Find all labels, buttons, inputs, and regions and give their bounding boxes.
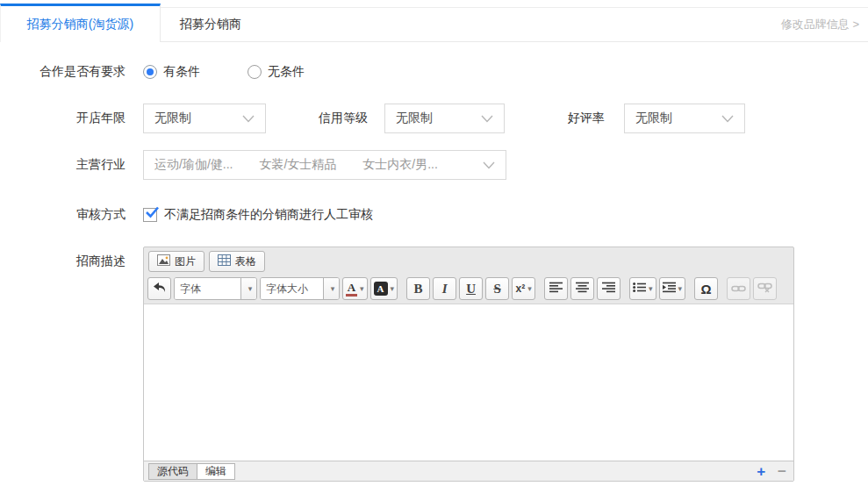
undo-button[interactable] bbox=[147, 277, 171, 300]
praise-rate-select[interactable]: 无限制 bbox=[624, 104, 745, 133]
align-center-icon bbox=[576, 281, 589, 297]
shop-age-select[interactable]: 无限制 bbox=[143, 104, 266, 133]
bold-icon: B bbox=[414, 282, 423, 297]
credit-select[interactable]: 无限制 bbox=[384, 104, 505, 133]
audit-row: 审核方式 不满足招商条件的分销商进行人工审核 bbox=[0, 205, 868, 225]
insert-image-label: 图片 bbox=[175, 254, 196, 269]
superscript-icon: x² bbox=[515, 282, 525, 295]
credit-value: 无限制 bbox=[396, 111, 433, 126]
indent-icon bbox=[663, 281, 676, 297]
insert-table-button[interactable]: 表格 bbox=[209, 251, 265, 272]
highlight-color-icon: A bbox=[374, 282, 388, 296]
insert-table-label: 表格 bbox=[235, 254, 256, 269]
underline-icon: U bbox=[466, 282, 476, 297]
top-tab-bar: 招募分销商(淘货源) 招募分销商 修改品牌信息 > bbox=[0, 0, 868, 42]
manual-audit-checkbox[interactable]: 不满足招商条件的分销商进行人工审核 bbox=[143, 207, 373, 223]
checkbox-checked-icon bbox=[143, 208, 157, 222]
description-row: 招商描述 图片 表格 bbox=[0, 247, 868, 482]
chevron-down-icon: ▾ bbox=[323, 278, 339, 299]
edit-brand-info-link[interactable]: 修改品牌信息 > bbox=[781, 7, 859, 42]
limits-row: 开店年限 无限制 信用等级 无限制 好评率 无限制 bbox=[0, 104, 868, 133]
align-center-button[interactable] bbox=[570, 277, 594, 300]
image-icon bbox=[157, 254, 170, 268]
industry-value: 女装/女士精品 bbox=[259, 157, 336, 173]
industry-value: 运动/瑜伽/健... bbox=[154, 157, 233, 173]
list-button[interactable]: ▾ bbox=[629, 277, 656, 300]
link-button bbox=[727, 277, 750, 300]
chevron-down-icon: ▾ bbox=[360, 284, 364, 293]
link-icon bbox=[731, 281, 746, 297]
italic-button[interactable]: I bbox=[433, 277, 456, 300]
unlink-icon bbox=[757, 281, 772, 297]
editor-format-toolbar: 字体 ▾ 字体大小 ▾ A ▾ A ▾ B I U S bbox=[144, 275, 793, 304]
text-color-icon: A bbox=[346, 282, 357, 297]
radio-unconditional[interactable]: 无条件 bbox=[247, 64, 305, 80]
description-label: 招商描述 bbox=[0, 254, 143, 269]
editor-content-area[interactable] bbox=[144, 304, 793, 461]
tab-label: 招募分销商 bbox=[180, 17, 241, 32]
tabbar-bottom-divider bbox=[161, 41, 868, 42]
chevron-down-icon bbox=[721, 115, 734, 123]
italic-icon: I bbox=[442, 282, 448, 297]
bullet-list-icon bbox=[633, 281, 646, 297]
table-icon bbox=[218, 254, 231, 268]
chevron-down-icon: ▾ bbox=[391, 284, 395, 293]
rich-text-editor: 图片 表格 字体 ▾ bbox=[143, 247, 794, 482]
insert-image-button[interactable]: 图片 bbox=[148, 251, 204, 272]
industry-value: 女士内衣/男... bbox=[362, 157, 438, 173]
strikethrough-button[interactable]: S bbox=[485, 277, 509, 300]
industry-select[interactable]: 运动/瑜伽/健... 女装/女士精品 女士内衣/男... bbox=[143, 150, 506, 180]
tab-recruit[interactable]: 招募分销商 bbox=[161, 7, 261, 42]
radio-label: 无条件 bbox=[268, 64, 305, 80]
align-right-icon bbox=[602, 281, 615, 297]
bold-button[interactable]: B bbox=[406, 277, 430, 300]
superscript-button[interactable]: x² ▾ bbox=[512, 277, 535, 300]
font-size-select[interactable]: 字体大小 ▾ bbox=[260, 277, 340, 300]
omega-icon: Ω bbox=[701, 282, 712, 297]
edit-mode-tab[interactable]: 编辑 bbox=[197, 463, 235, 480]
editor-insert-toolbar: 图片 表格 bbox=[144, 247, 793, 275]
chevron-down-icon: ▾ bbox=[678, 284, 683, 293]
audit-label: 审核方式 bbox=[0, 207, 143, 223]
radio-conditional[interactable]: 有条件 bbox=[143, 64, 200, 80]
cooperation-label: 合作是否有要求 bbox=[0, 64, 143, 80]
unlink-button bbox=[753, 277, 777, 300]
shop-age-value: 无限制 bbox=[154, 111, 191, 126]
chevron-down-icon: ▾ bbox=[527, 284, 532, 293]
font-family-value: 字体 bbox=[175, 278, 240, 299]
praise-rate-value: 无限制 bbox=[635, 111, 672, 126]
highlight-color-button[interactable]: A ▾ bbox=[370, 277, 398, 300]
indent-button[interactable]: ▾ bbox=[659, 277, 686, 300]
radio-icon bbox=[247, 65, 262, 79]
tab-recruit-taohuoyuan[interactable]: 招募分销商(淘货源) bbox=[0, 4, 161, 42]
chevron-down-icon bbox=[242, 115, 255, 123]
editor-footer: 源代码 编辑 + − bbox=[144, 461, 793, 481]
industry-values: 运动/瑜伽/健... 女装/女士精品 女士内衣/男... bbox=[154, 157, 438, 173]
chevron-down-icon bbox=[481, 115, 493, 123]
align-left-icon bbox=[549, 281, 563, 297]
credit-label: 信用等级 bbox=[319, 111, 368, 126]
recruit-distributor-panel: 招募分销商(淘货源) 招募分销商 修改品牌信息 > 合作是否有要求 有条件 无条… bbox=[0, 0, 868, 486]
font-size-value: 字体大小 bbox=[261, 278, 323, 299]
radio-icon bbox=[143, 65, 157, 79]
audit-checkbox-label: 不满足招商条件的分销商进行人工审核 bbox=[164, 207, 373, 223]
shop-age-label: 开店年限 bbox=[0, 111, 143, 126]
align-left-button[interactable] bbox=[544, 277, 568, 300]
cooperation-row: 合作是否有要求 有条件 无条件 bbox=[0, 61, 868, 82]
radio-label: 有条件 bbox=[163, 64, 200, 80]
industry-label: 主营行业 bbox=[0, 157, 143, 173]
text-color-button[interactable]: A ▾ bbox=[342, 277, 368, 300]
chevron-down-icon: ▾ bbox=[240, 278, 256, 299]
shrink-editor-button[interactable]: − bbox=[778, 464, 786, 479]
special-char-button[interactable]: Ω bbox=[694, 277, 718, 300]
chevron-down-icon: ▾ bbox=[649, 284, 653, 293]
strikethrough-icon: S bbox=[493, 282, 500, 297]
undo-icon bbox=[153, 281, 167, 297]
praise-rate-label: 好评率 bbox=[568, 111, 605, 126]
font-family-select[interactable]: 字体 ▾ bbox=[174, 277, 257, 300]
expand-editor-button[interactable]: + bbox=[757, 464, 765, 479]
tabbar-top-divider bbox=[161, 7, 868, 8]
underline-button[interactable]: U bbox=[459, 277, 483, 300]
align-right-button[interactable] bbox=[597, 277, 621, 300]
source-code-tab[interactable]: 源代码 bbox=[148, 463, 197, 480]
